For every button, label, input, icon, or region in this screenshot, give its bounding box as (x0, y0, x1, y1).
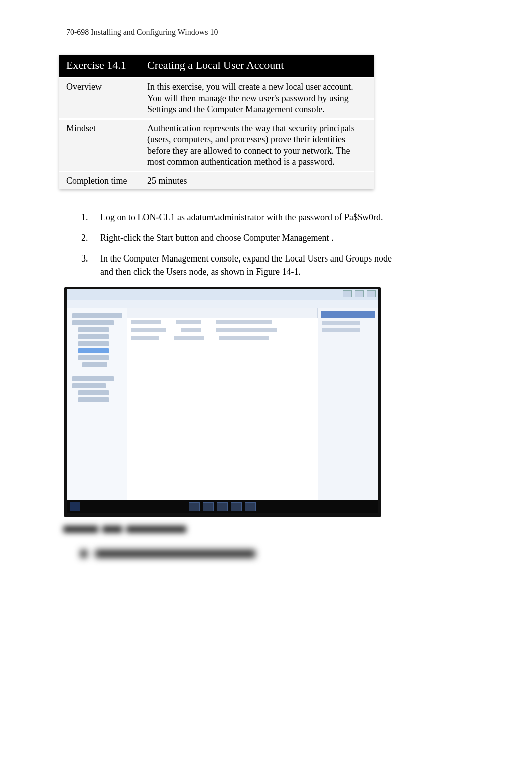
step-list: 1. Log on to LON-CL1 as adatum\administr… (81, 211, 402, 278)
step-number: 1. (81, 211, 100, 224)
t: Log on to (100, 212, 138, 222)
mindset-label: Mindset (59, 119, 140, 171)
bold-lon-cl1: LON-CL1 (138, 212, 175, 222)
bold-local-users-groups: Local Users and Groups (285, 253, 372, 264)
figure-14-1 (64, 287, 381, 558)
exercise-table: Exercise 14.1 Creating a Local User Acco… (59, 55, 374, 189)
tree-item[interactable] (78, 390, 109, 395)
tree-item[interactable] (78, 341, 109, 346)
taskbar-item[interactable] (189, 502, 200, 511)
menubar[interactable] (67, 300, 378, 308)
mindset-text: Authentication represents the way that s… (140, 119, 374, 171)
col-fullname[interactable] (172, 308, 217, 318)
overview-row: Overview In this exercise, you will crea… (59, 78, 374, 119)
computer-management-screenshot (64, 287, 381, 517)
taskbar-item[interactable] (217, 502, 228, 511)
bold-password: Pa$$w0rd (344, 212, 381, 222)
exercise-header-row: Exercise 14.1 Creating a Local User Acco… (59, 55, 374, 78)
step-text: Right-click the Start button and choose … (100, 232, 402, 244)
completion-row: Completion time 25 minutes (59, 171, 374, 189)
taskbar-item[interactable] (203, 502, 214, 511)
list-item[interactable] (127, 326, 318, 334)
action-item[interactable] (322, 321, 360, 325)
tree-item[interactable] (72, 320, 114, 325)
completion-label: Completion time (59, 171, 140, 189)
step-1: 1. Log on to LON-CL1 as adatum\administr… (81, 211, 402, 224)
taskbar-item[interactable] (231, 502, 242, 511)
list-pane[interactable] (127, 308, 318, 502)
mindset-row: Mindset Authentication represents the wa… (59, 119, 374, 171)
actions-header (321, 311, 375, 318)
list-item[interactable] (127, 318, 318, 326)
blurred-figure-caption (63, 522, 380, 535)
overview-text: In this exercise, you will create a new … (140, 78, 374, 119)
tree-item[interactable] (78, 327, 109, 332)
tree-item[interactable] (82, 362, 107, 367)
step-text: In the Computer Management console, expa… (100, 252, 402, 278)
tree-item[interactable] (72, 376, 114, 381)
action-item[interactable] (322, 328, 360, 332)
close-icon[interactable] (367, 290, 376, 297)
bold-user: adatum\administrator (187, 212, 264, 222)
list-item[interactable] (127, 334, 318, 342)
window-titlebar (67, 289, 378, 300)
exercise-title: Creating a Local User Account (140, 55, 374, 78)
tree-item[interactable] (78, 334, 109, 339)
completion-text: 25 minutes (140, 171, 374, 189)
t: . (329, 233, 333, 243)
maximize-icon[interactable] (355, 290, 364, 297)
blurred-preview-area (63, 522, 380, 558)
t: with the password of (264, 212, 344, 222)
window-controls (343, 290, 376, 297)
t: In the Computer Management console, expa… (100, 253, 285, 264)
t: Right-click the (100, 233, 156, 243)
step-number: 2. (81, 232, 100, 244)
bold-computer-management: Computer Management (243, 233, 329, 243)
col-description[interactable] (217, 308, 318, 318)
t: . (381, 212, 383, 222)
bold-start: Start (156, 233, 173, 243)
taskbar-item[interactable] (245, 502, 256, 511)
tree-item-users-selected[interactable] (78, 348, 109, 353)
exercise-number: Exercise 14.1 (59, 55, 140, 78)
t: as (175, 212, 187, 222)
minimize-icon[interactable] (343, 290, 352, 297)
start-button-icon[interactable] (70, 502, 80, 511)
running-header: 70-698 Installing and Configuring Window… (66, 28, 472, 37)
t: node, as shown in Figure 14-1. (187, 267, 301, 277)
step-text: Log on to LON-CL1 as adatum\administrato… (100, 211, 402, 224)
step-3: 3. In the Computer Management console, e… (81, 252, 402, 278)
step-number: 3. (81, 252, 100, 278)
col-name[interactable] (127, 308, 172, 318)
tree-pane[interactable] (67, 308, 127, 502)
actions-pane[interactable] (318, 308, 378, 502)
list-header[interactable] (127, 308, 318, 318)
document-page: 70-698 Installing and Configuring Window… (0, 0, 532, 578)
blurred-step (80, 550, 380, 558)
tree-item[interactable] (78, 397, 109, 402)
bold-users-node: Users (166, 267, 187, 277)
t: button and choose (173, 233, 243, 243)
overview-label: Overview (59, 78, 140, 119)
tree-item[interactable] (72, 313, 122, 318)
taskbar[interactable] (67, 500, 378, 513)
tree-item[interactable] (72, 383, 106, 388)
tree-item[interactable] (78, 355, 109, 360)
window-body (67, 308, 378, 502)
step-2: 2. Right-click the Start button and choo… (81, 232, 402, 244)
